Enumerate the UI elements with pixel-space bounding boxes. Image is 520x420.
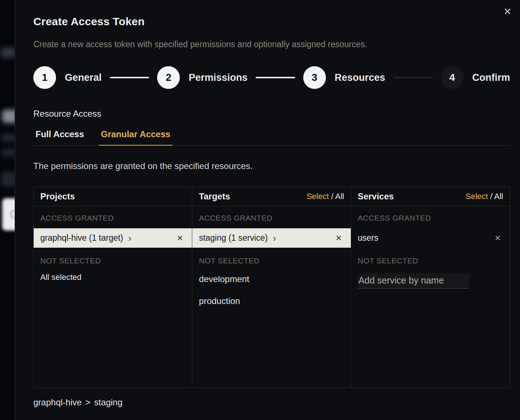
granted-service-label: users bbox=[358, 233, 378, 243]
tab-full-access[interactable]: Full Access bbox=[33, 129, 86, 145]
step-permissions[interactable]: 2 Permissions bbox=[157, 66, 248, 89]
granted-project-row[interactable]: graphql-hive (1 target) › ✕ bbox=[34, 228, 192, 248]
projects-column-header: Projects bbox=[34, 187, 192, 206]
granted-project-label: graphql-hive (1 target) bbox=[40, 233, 123, 243]
step-number-circle: 2 bbox=[157, 66, 180, 89]
access-mode-tabs: Full Access Granular Access bbox=[33, 129, 510, 146]
all-selected-note: All selected bbox=[40, 273, 185, 282]
backdrop-blur-blob bbox=[2, 110, 15, 123]
select-all-controls: Select / All bbox=[465, 192, 503, 201]
add-service-input[interactable] bbox=[358, 273, 469, 289]
column-title: Targets bbox=[199, 191, 230, 202]
step-label: Resources bbox=[335, 72, 385, 83]
step-connector bbox=[256, 77, 295, 78]
select-targets-link[interactable]: Select bbox=[307, 192, 329, 201]
select-all-separator: / bbox=[329, 192, 335, 201]
access-granted-label: ACCESS GRANTED bbox=[358, 214, 503, 222]
step-label: General bbox=[65, 72, 102, 83]
step-connector bbox=[393, 77, 433, 78]
granular-access-description: The permissions are granted on the speci… bbox=[33, 161, 510, 171]
page-title: Create Access Token bbox=[33, 15, 510, 28]
wizard-stepper: 1 General 2 Permissions 3 Resources 4 Co… bbox=[33, 66, 510, 89]
step-resources[interactable]: 3 Resources bbox=[303, 66, 385, 89]
chevron-right-icon: › bbox=[128, 233, 131, 243]
backdrop-blur-blob bbox=[1, 48, 15, 58]
services-column: Services Select / All ACCESS GRANTED use… bbox=[351, 187, 510, 387]
not-selected-label: NOT SELECTED bbox=[358, 256, 503, 265]
step-confirm[interactable]: 4 Confirm bbox=[441, 66, 510, 89]
remove-target-icon[interactable]: ✕ bbox=[335, 234, 342, 243]
step-number-circle: 4 bbox=[441, 66, 464, 89]
tab-granular-access[interactable]: Granular Access bbox=[99, 129, 173, 145]
remove-service-icon[interactable]: ✕ bbox=[494, 234, 501, 243]
breadcrumb-separator: > bbox=[85, 397, 90, 407]
granted-service-row[interactable]: users ✕ bbox=[351, 228, 510, 248]
access-granted-label: ACCESS GRANTED bbox=[199, 214, 344, 222]
granted-target-row[interactable]: staging (1 service) › ✕ bbox=[192, 228, 350, 248]
target-item-development[interactable]: development bbox=[192, 271, 350, 287]
access-granted-label: ACCESS GRANTED bbox=[40, 214, 185, 222]
breadcrumb-target: staging bbox=[94, 397, 122, 407]
not-selected-label: NOT SELECTED bbox=[199, 256, 344, 265]
resource-selection-table: Projects ACCESS GRANTED graphql-hive (1 … bbox=[33, 187, 510, 388]
granted-target-label: staging (1 service) bbox=[199, 233, 268, 243]
backdrop-blur-glyph: C bbox=[10, 207, 15, 221]
step-number-circle: 3 bbox=[303, 66, 326, 89]
create-access-token-modal: ✕ Create Access Token Create a new acces… bbox=[15, 0, 520, 420]
step-general[interactable]: 1 General bbox=[33, 66, 102, 89]
target-item-production[interactable]: production bbox=[192, 293, 350, 309]
page-backdrop: C bbox=[0, 0, 15, 420]
breadcrumb: graphql-hive>staging bbox=[33, 397, 510, 408]
remove-project-icon[interactable]: ✕ bbox=[177, 234, 183, 243]
breadcrumb-project: graphql-hive bbox=[33, 397, 82, 407]
select-all-targets-link[interactable]: All bbox=[335, 192, 344, 201]
step-label: Confirm bbox=[472, 72, 510, 83]
close-icon[interactable]: ✕ bbox=[502, 6, 513, 18]
chevron-right-icon: › bbox=[273, 233, 276, 243]
not-selected-label: NOT SELECTED bbox=[40, 256, 185, 265]
step-number-circle: 1 bbox=[33, 66, 56, 89]
projects-column: Projects ACCESS GRANTED graphql-hive (1 … bbox=[34, 187, 192, 387]
backdrop-blur-blob bbox=[1, 149, 15, 157]
column-title: Services bbox=[358, 191, 394, 202]
step-label: Permissions bbox=[189, 72, 248, 83]
resource-access-heading: Resource Access bbox=[33, 109, 510, 119]
select-all-services-link[interactable]: All bbox=[494, 192, 503, 201]
targets-column: Targets Select / All ACCESS GRANTED stag… bbox=[192, 187, 351, 387]
modal-subtitle: Create a new access token with specified… bbox=[33, 40, 510, 49]
targets-column-header: Targets Select / All bbox=[192, 187, 350, 206]
services-column-header: Services Select / All bbox=[351, 187, 510, 206]
step-connector bbox=[110, 77, 149, 78]
select-all-separator: / bbox=[488, 192, 494, 201]
select-all-controls: Select / All bbox=[307, 192, 344, 201]
backdrop-blur-blob bbox=[1, 172, 15, 187]
backdrop-blur-blob bbox=[1, 134, 15, 142]
select-services-link[interactable]: Select bbox=[465, 192, 488, 201]
column-title: Projects bbox=[40, 191, 75, 202]
